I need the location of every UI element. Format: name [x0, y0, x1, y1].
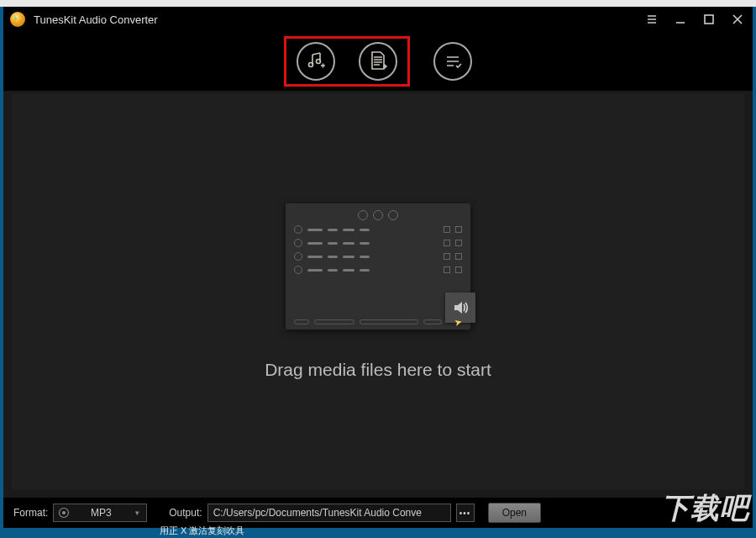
- output-path-field[interactable]: C:/Users/pc/Documents/TunesKit Audio Con…: [207, 504, 451, 522]
- music-plus-icon: [305, 50, 327, 72]
- page-footer-strip: [0, 528, 756, 538]
- app-title: TunesKit Audio Converter: [34, 13, 643, 26]
- window-menu-icon[interactable]: [643, 11, 660, 28]
- settings-menu-button[interactable]: [433, 42, 472, 81]
- open-button[interactable]: Open: [488, 503, 541, 523]
- format-type-icon: [57, 506, 71, 520]
- drop-hint-text: Drag media files here to start: [265, 360, 491, 380]
- svg-point-4: [63, 512, 66, 514]
- format-value: MP3: [76, 507, 126, 519]
- chevron-down-icon: ▼: [131, 509, 143, 517]
- browse-output-button[interactable]: •••: [456, 504, 475, 522]
- toolbar: [3, 32, 753, 91]
- open-button-label: Open: [502, 507, 527, 519]
- maximize-button[interactable]: [701, 11, 717, 28]
- add-music-button[interactable]: [297, 42, 335, 81]
- format-selector[interactable]: MP3 ▼: [53, 504, 147, 522]
- add-file-button[interactable]: [359, 42, 397, 81]
- app-logo-icon: [10, 12, 25, 27]
- drop-zone[interactable]: ➤ Drag media files here to start: [12, 94, 744, 489]
- toolbar-group: [284, 36, 472, 87]
- titlebar: TunesKit Audio Converter: [3, 7, 753, 32]
- format-label: Format:: [13, 507, 48, 519]
- browser-chrome: [0, 0, 756, 7]
- app-window: TunesKit Audio Converter: [3, 7, 753, 528]
- menu-check-icon: [442, 50, 464, 72]
- output-path-value: C:/Users/pc/Documents/TunesKit Audio Con…: [213, 507, 422, 519]
- tutorial-highlight-box: [284, 36, 410, 87]
- close-button[interactable]: [729, 11, 746, 28]
- window-controls: [643, 11, 746, 28]
- output-label: Output:: [169, 507, 202, 519]
- minimize-button[interactable]: [672, 11, 689, 28]
- svg-rect-0: [705, 15, 713, 24]
- bottombar: Format: MP3 ▼ Output: C:/Users/pc/Docume…: [3, 498, 753, 528]
- drop-illustration: ➤: [286, 203, 470, 330]
- file-plus-icon: [367, 50, 389, 72]
- svg-point-1: [309, 63, 313, 67]
- page-footer-text: 用正 X 激沽复刻吹具: [160, 525, 244, 537]
- svg-point-2: [317, 60, 321, 64]
